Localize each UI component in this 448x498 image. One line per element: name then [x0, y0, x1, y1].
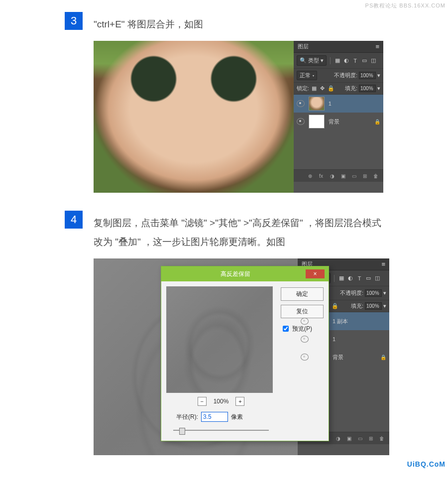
visibility-icon[interactable]	[297, 100, 305, 107]
dialog-title: 高反差保留	[165, 270, 306, 278]
chevron-down-icon: ▾	[313, 74, 314, 77]
step-3: 3 "ctrl+E" 将图层合并，如图	[65, 12, 383, 34]
preview-checkbox-label: 预览(P)	[292, 325, 312, 333]
layer-name[interactable]: 背景	[333, 354, 376, 361]
radius-unit: 像素	[231, 413, 243, 421]
canvas-portrait	[94, 41, 294, 193]
filter-type-icon[interactable]: T	[352, 57, 359, 64]
filter-type-icon[interactable]: T	[356, 275, 363, 282]
new-layer-icon[interactable]: ⊞	[361, 172, 368, 179]
screenshot-step3: 图层 ≡ 🔍 类型 ▾ ▦ ◐ T ▭ ◫	[94, 41, 383, 193]
radius-label: 半径(R):	[176, 413, 198, 421]
trash-icon[interactable]: 🗑	[372, 172, 379, 179]
watermark-bottom: UiBQ.CoM	[407, 460, 446, 468]
filter-pixel-icon[interactable]: ▦	[338, 275, 345, 282]
chevron-down-icon[interactable]: ▾	[383, 290, 386, 296]
chevron-down-icon: ▾	[321, 57, 324, 64]
layer-name[interactable]: 1 副本	[333, 318, 386, 325]
canvas-highpass: 高反差保留 × − 100% + 半径(R):	[94, 258, 298, 455]
radius-input[interactable]	[201, 412, 228, 422]
panel-title: 图层	[298, 43, 309, 50]
mask-icon[interactable]: ◑	[335, 435, 341, 442]
layers-list: 1 背景 🔒	[294, 95, 383, 169]
filter-shape-icon[interactable]: ▭	[365, 275, 372, 282]
group-icon[interactable]: ▭	[350, 172, 357, 179]
adjustment-icon[interactable]: ▣	[339, 172, 346, 179]
zoom-out-button[interactable]: −	[198, 397, 207, 406]
screenshot-step4: 高反差保留 × − 100% + 半径(R):	[94, 258, 383, 455]
layer-name[interactable]: 1	[329, 101, 380, 107]
chevron-down-icon[interactable]: ▾	[383, 303, 386, 309]
opacity-label: 不透明度:	[334, 72, 357, 79]
step-number-3: 3	[65, 12, 83, 30]
chevron-down-icon[interactable]: ▾	[377, 85, 380, 92]
layer-thumbnail[interactable]	[309, 115, 325, 128]
lock-all-icon[interactable]: 🔒	[328, 85, 335, 92]
mask-icon[interactable]: ◑	[329, 172, 336, 179]
layers-panel: 图层 ≡ 🔍 类型 ▾ ▦ ◐ T ▭ ◫	[294, 41, 383, 193]
watermark-top: PS教程论坛 BBS.16XX.COM	[365, 2, 446, 9]
zoom-in-button[interactable]: +	[235, 397, 244, 406]
adjustment-icon[interactable]: ▣	[345, 435, 352, 442]
layer-name[interactable]: 背景	[329, 118, 370, 125]
filter-adjust-icon[interactable]: ◐	[347, 275, 354, 282]
lock-label: 锁定:	[297, 85, 309, 92]
visibility-icon[interactable]	[301, 318, 309, 325]
step-4: 4 复制图层，点击菜单 "滤镜" >"其他" >"高反差保留" ，将图层混合模式…	[65, 211, 383, 251]
trash-icon[interactable]: 🗑	[378, 435, 385, 442]
ok-button[interactable]: 确定	[281, 287, 324, 301]
panel-menu-icon[interactable]: ≡	[375, 43, 379, 50]
fx-icon[interactable]: fx	[318, 172, 325, 179]
panel-footer: ⊕ fx ◑ ▣ ▭ ⊞ 🗑	[294, 169, 383, 182]
chevron-down-icon[interactable]: ▾	[377, 72, 380, 79]
filter-smart-icon[interactable]: ◫	[370, 57, 377, 64]
fill-input[interactable]	[365, 302, 382, 310]
preview-checkbox[interactable]: 预览(P)	[281, 324, 324, 333]
dialog-preview[interactable]	[166, 286, 273, 393]
opacity-input[interactable]	[359, 72, 376, 79]
preview-checkbox-input[interactable]	[283, 326, 289, 332]
link-layers-icon[interactable]: ⊕	[307, 172, 314, 179]
layer-thumbnail[interactable]	[309, 97, 325, 111]
group-icon[interactable]: ▭	[356, 435, 363, 442]
new-layer-icon[interactable]: ⊞	[367, 435, 374, 442]
lock-pixels-icon[interactable]: ▦	[311, 85, 318, 92]
fill-label: 填充:	[351, 302, 363, 310]
lock-position-icon[interactable]: ✥	[319, 85, 326, 92]
lock-all-icon[interactable]: 🔒	[332, 303, 338, 310]
layer-name[interactable]: 1	[333, 336, 386, 342]
filter-smart-icon[interactable]: ◫	[374, 275, 381, 282]
step-number-4: 4	[65, 211, 83, 229]
blend-mode-value: 正常	[300, 72, 311, 79]
close-button[interactable]: ×	[306, 269, 325, 278]
layer-row[interactable]: 背景 🔒	[294, 113, 383, 130]
filter-type-dropdown[interactable]: 🔍 类型 ▾	[297, 55, 327, 66]
filter-adjust-icon[interactable]: ◐	[343, 57, 350, 64]
blend-mode-dropdown[interactable]: 正常 ▾	[297, 71, 317, 80]
filter-shape-icon[interactable]: ▭	[361, 57, 368, 64]
lock-icon: 🔒	[374, 119, 380, 124]
layer-row[interactable]: 1	[294, 95, 383, 113]
panel-menu-icon[interactable]: ≡	[381, 260, 385, 268]
step-text-4: 复制图层，点击菜单 "滤镜" >"其他" >"高反差保留" ，将图层混合模式改为…	[94, 214, 383, 251]
zoom-value: 100%	[214, 398, 229, 405]
filter-type-label: 类型	[308, 57, 319, 64]
opacity-label: 不透明度:	[340, 289, 363, 297]
filter-pixel-icon[interactable]: ▦	[334, 57, 341, 64]
reset-button[interactable]: 复位	[281, 305, 324, 318]
slider-thumb[interactable]	[179, 428, 185, 435]
lock-icon: 🔒	[380, 355, 386, 360]
step-text-3: "ctrl+E" 将图层合并，如图	[94, 15, 203, 34]
visibility-icon[interactable]	[301, 336, 309, 343]
visibility-icon[interactable]	[301, 354, 309, 361]
opacity-input[interactable]	[365, 289, 382, 297]
visibility-icon[interactable]	[297, 118, 305, 125]
fill-label: 填充:	[345, 85, 357, 92]
search-icon: 🔍	[300, 57, 307, 64]
fill-input[interactable]	[359, 85, 376, 92]
radius-slider[interactable]	[173, 427, 269, 434]
